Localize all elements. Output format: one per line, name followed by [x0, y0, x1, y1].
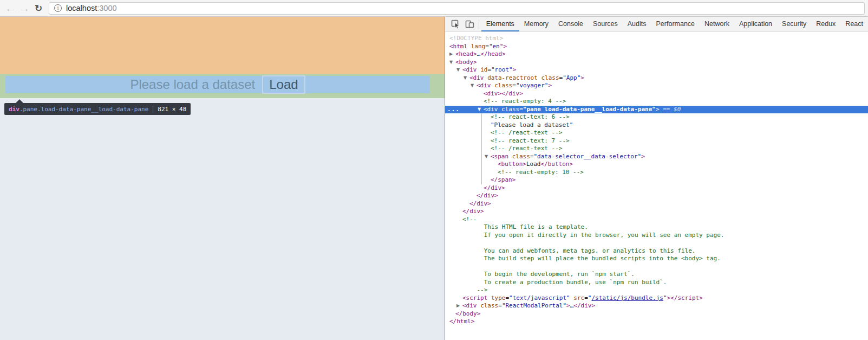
code-line[interactable]: </div>	[445, 200, 868, 208]
code-line-selected[interactable]: ...▼<div class="pane load-data-pane__loa…	[445, 106, 868, 114]
code-line[interactable]	[445, 263, 868, 271]
code-token-tag: </head>	[480, 50, 505, 57]
code-token-tag: <div	[469, 74, 484, 81]
window-content: Please load a dataset Load div.pane.load…	[0, 17, 868, 340]
code-line[interactable]: To create a production bundle, use `npm …	[445, 279, 868, 287]
code-line[interactable]: <!-- /react-text -->	[445, 145, 868, 153]
reload-button[interactable]: ↻	[31, 1, 45, 15]
browser-toolbar: ← → ↻ i localhost:3000	[0, 0, 868, 17]
forward-button[interactable]: →	[17, 1, 31, 15]
page-info-icon[interactable]: i	[54, 4, 62, 12]
tab-application[interactable]: Application	[734, 17, 777, 31]
code-line[interactable]: <!-- react-empty: 10 -->	[445, 169, 868, 177]
code-line[interactable]: <!-- react-empty: 4 -->	[445, 98, 868, 106]
code-line[interactable]: <html lang="en">	[445, 43, 868, 51]
code-line[interactable]: ▼<div id="root">	[445, 66, 868, 74]
code-line[interactable]: If you open it directly in the browser, …	[445, 232, 868, 240]
tab-memory[interactable]: Memory	[519, 17, 553, 31]
code-line[interactable]: ▶<div class="ReactModalPortal">…</div>	[445, 302, 868, 310]
tab-react[interactable]: React	[840, 17, 868, 31]
overflow-menu-icon[interactable]: ...	[447, 106, 460, 114]
code-token-val: "voyager"	[516, 82, 549, 89]
code-token-tag: <body>	[455, 59, 477, 66]
code-token-tag: <div	[484, 106, 498, 113]
code-line[interactable]: <script type="text/javascript" src="/sta…	[445, 294, 868, 303]
code-token-txt: =	[485, 43, 489, 50]
back-button[interactable]: ←	[3, 1, 17, 15]
code-token-tag: <div></div>	[484, 90, 523, 97]
code-token-tag: <div	[477, 82, 491, 89]
code-token-val: "text/javascript"	[509, 294, 570, 301]
tab-security[interactable]: Security	[777, 17, 811, 31]
device-toolbar-icon[interactable]	[463, 17, 477, 31]
code-line[interactable]: "Please load a dataset"	[445, 121, 868, 130]
code-token-txt: =	[498, 302, 502, 309]
code-token-txt: =	[512, 82, 516, 89]
code-line[interactable]: </div>	[445, 184, 868, 193]
code-line[interactable]: <!--	[445, 216, 868, 224]
code-line[interactable]: <button>Load</button>	[445, 161, 868, 169]
code-line[interactable]: </span>	[445, 176, 868, 184]
code-line[interactable]: You can add webfonts, meta tags, or anal…	[445, 247, 868, 255]
load-data-pane: Please load a dataset Load	[5, 76, 430, 93]
code-token-com: <!-- react-text: 7 -->	[491, 137, 570, 144]
code-line[interactable]: </div>	[445, 208, 868, 216]
code-token-com: The build step will place the bundled sc…	[462, 255, 721, 262]
expand-arrow-down-icon[interactable]: ▼	[471, 82, 477, 90]
code-token-com: If you open it directly in the browser, …	[462, 232, 724, 239]
code-token-tag: >	[513, 66, 517, 73]
code-line[interactable]: -->	[445, 286, 868, 294]
tab-redux[interactable]: Redux	[811, 17, 840, 31]
tab-performance[interactable]: Performance	[651, 17, 700, 31]
code-line[interactable]	[445, 239, 868, 247]
code-line[interactable]: The build step will place the bundled sc…	[445, 255, 868, 263]
expand-arrow-down-icon[interactable]: ▼	[456, 66, 462, 74]
code-token-tag: >	[503, 43, 507, 50]
code-token-com: To create a production bundle, use `npm …	[462, 279, 667, 286]
tab-network[interactable]: Network	[700, 17, 734, 31]
code-line[interactable]: <div></div>	[445, 90, 868, 98]
code-line[interactable]: <!-- react-text: 7 -->	[445, 137, 868, 145]
code-line[interactable]: <!-- react-text: 6 -->	[445, 113, 868, 121]
code-line[interactable]: </div>	[445, 192, 868, 200]
code-line[interactable]: ▼<div class="voyager">	[445, 82, 868, 90]
code-line[interactable]: ▼<span class="data-selector__data-select…	[445, 153, 868, 161]
code-token-tag: </div>	[477, 192, 498, 199]
code-line[interactable]: ▼<div data-reactroot class="App">	[445, 74, 868, 82]
tab-sources[interactable]: Sources	[588, 17, 623, 31]
expand-arrow-down-icon[interactable]: ▼	[464, 74, 469, 82]
expand-arrow-down-icon[interactable]: ▼	[478, 106, 484, 114]
code-token-attr: data-reactroot	[487, 74, 538, 81]
code-token-val: "pane load-data-pane__load-data-pane"	[523, 106, 656, 113]
code-line[interactable]: <!-- /react-text -->	[445, 129, 868, 137]
inspect-padding-overlay: Please load a dataset Load	[0, 74, 445, 98]
code-token-link: /static/js/bundle.js	[591, 294, 663, 301]
code-token-com: <!--	[462, 216, 477, 223]
inspect-element-icon[interactable]	[449, 17, 463, 31]
code-line[interactable]: ▶<head>…</head>	[445, 50, 868, 59]
tab-elements[interactable]: Elements	[481, 17, 519, 31]
code-token-tag: >	[548, 82, 552, 89]
address-bar[interactable]: i localhost:3000	[49, 2, 865, 15]
expand-arrow-down-icon[interactable]: ▼	[449, 59, 455, 67]
expand-arrow-down-icon[interactable]: ▼	[485, 153, 491, 161]
code-token-com: <!-- react-empty: 10 -->	[498, 169, 584, 176]
devtools-panel: ElementsMemoryConsoleSourcesAuditsPerfor…	[445, 17, 868, 340]
tab-console[interactable]: Console	[553, 17, 588, 31]
code-line[interactable]: ▼<body>	[445, 59, 868, 67]
expand-arrow-right-icon[interactable]: ▶	[449, 50, 455, 59]
code-line[interactable]: This HTML file is a template.	[445, 223, 868, 232]
inspect-tooltip: div.pane.load-data-pane__load-data-pane …	[4, 103, 191, 115]
code-line[interactable]: To begin the development, run `npm start…	[445, 271, 868, 279]
expand-arrow-right-icon[interactable]: ▶	[456, 302, 462, 310]
code-token-val: "en"	[489, 43, 504, 50]
devtools-tabs: ElementsMemoryConsoleSourcesAuditsPerfor…	[481, 17, 868, 31]
code-line[interactable]: <!DOCTYPE html>	[445, 35, 868, 43]
tab-audits[interactable]: Audits	[623, 17, 651, 31]
code-token-tag: </div>	[484, 184, 505, 191]
code-token-tag: >	[580, 74, 584, 81]
code-line[interactable]: </html>	[445, 318, 868, 326]
code-line[interactable]: </body>	[445, 310, 868, 318]
load-button[interactable]: Load	[262, 75, 305, 94]
code-token-tag: </span>	[491, 176, 515, 183]
